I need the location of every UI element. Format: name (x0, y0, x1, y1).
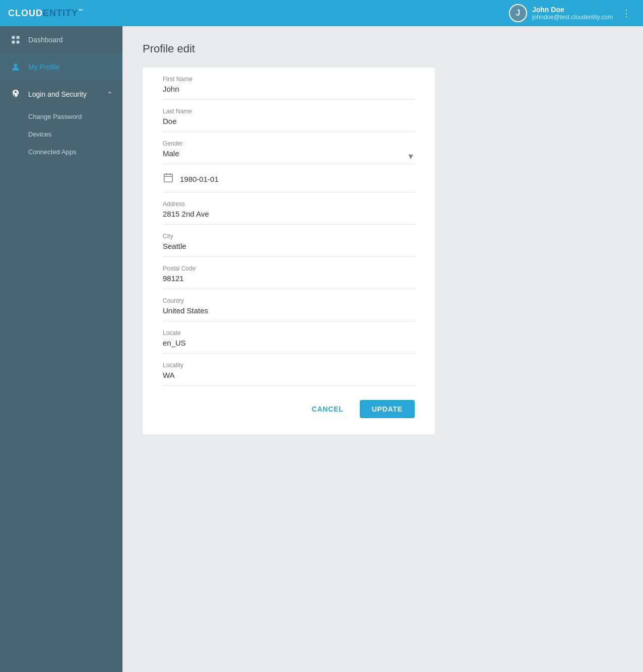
sidebar-item-change-password[interactable]: Change Password (0, 108, 122, 125)
first-name-field: First Name (163, 68, 415, 100)
country-input[interactable] (163, 306, 415, 321)
user-info: John Doe johndoe@test.cloudentity.com (532, 6, 613, 21)
locality-field: Locality (163, 354, 415, 386)
last-name-field: Last Name (163, 100, 415, 132)
locality-label: Locality (163, 362, 415, 369)
dob-input[interactable] (180, 175, 415, 183)
sidebar-label-connected-apps: Connected Apps (28, 148, 76, 156)
sidebar-label-login-security: Login and Security (28, 90, 87, 98)
sidebar-label-my-profile: My Profile (28, 63, 59, 71)
last-name-input[interactable] (163, 117, 415, 131)
city-input[interactable] (163, 242, 415, 256)
gender-label: Gender (163, 140, 415, 147)
gender-select[interactable]: Male Female Other (163, 149, 415, 164)
page-title: Profile edit (143, 42, 623, 55)
svg-rect-2 (12, 41, 15, 44)
sidebar-label-change-password: Change Password (28, 113, 82, 120)
locale-label: Locale (163, 329, 415, 337)
sidebar-item-login-security[interactable]: Login and Security ⌃ (0, 81, 122, 108)
user-email: johndoe@test.cloudentity.com (532, 14, 613, 21)
dob-date-row (163, 172, 415, 192)
person-icon (10, 61, 21, 73)
user-name: John Doe (532, 6, 613, 14)
app-header: CLOUDENTITY™ J John Doe johndoe@test.clo… (0, 0, 643, 26)
address-field: Address (163, 192, 415, 225)
sidebar-label-dashboard: Dashboard (28, 36, 63, 44)
city-label: City (163, 233, 415, 240)
svg-rect-3 (17, 41, 20, 44)
gender-select-wrapper: Male Female Other ▼ (163, 149, 415, 164)
svg-rect-0 (12, 36, 15, 39)
sidebar: Dashboard My Profile Login and Security … (0, 26, 122, 672)
logo-tm: ™ (78, 8, 84, 14)
gender-field: Gender Male Female Other ▼ (163, 132, 415, 164)
address-input[interactable] (163, 210, 415, 224)
first-name-input[interactable] (163, 85, 415, 99)
sidebar-item-my-profile[interactable]: My Profile (0, 53, 122, 81)
layout: Dashboard My Profile Login and Security … (0, 26, 643, 672)
logo: CLOUDENTITY™ (8, 8, 84, 19)
locale-field: Locale (163, 321, 415, 354)
profile-edit-form: First Name Last Name Gender Male Female … (143, 68, 435, 434)
postal-code-input[interactable] (163, 274, 415, 289)
cancel-button[interactable]: CANCEL (304, 400, 352, 418)
last-name-label: Last Name (163, 108, 415, 115)
header-menu-icon[interactable]: ⋮ (618, 6, 635, 21)
chevron-up-icon: ⌃ (107, 91, 112, 98)
svg-rect-1 (17, 36, 20, 39)
svg-rect-5 (164, 174, 173, 182)
calendar-icon (163, 172, 174, 186)
locale-input[interactable] (163, 339, 415, 353)
address-label: Address (163, 200, 415, 208)
sidebar-label-devices: Devices (28, 130, 51, 138)
city-field: City (163, 225, 415, 257)
sidebar-item-connected-apps[interactable]: Connected Apps (0, 143, 122, 161)
main-content: Profile edit First Name Last Name Gender… (122, 26, 643, 672)
update-button[interactable]: UPDATE (360, 400, 415, 418)
header-user-section: J John Doe johndoe@test.cloudentity.com … (509, 4, 635, 22)
sidebar-item-dashboard[interactable]: Dashboard (0, 26, 122, 53)
sidebar-item-devices[interactable]: Devices (0, 125, 122, 143)
postal-code-label: Postal Code (163, 265, 415, 272)
first-name-label: First Name (163, 76, 415, 83)
country-field: Country (163, 289, 415, 321)
svg-point-4 (14, 63, 18, 67)
logo-cloud: CLOUD (8, 8, 43, 18)
dob-field (163, 164, 415, 192)
fingerprint-icon (10, 89, 21, 100)
country-label: Country (163, 297, 415, 304)
postal-code-field: Postal Code (163, 257, 415, 289)
form-actions: CANCEL UPDATE (163, 386, 415, 418)
avatar: J (509, 4, 527, 22)
logo-entity: ENTITY (43, 8, 78, 18)
locality-input[interactable] (163, 371, 415, 385)
dashboard-icon (10, 34, 21, 45)
